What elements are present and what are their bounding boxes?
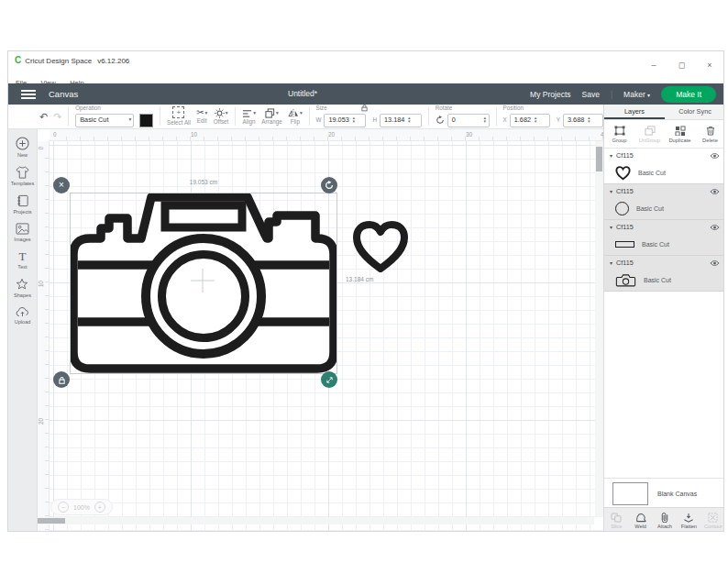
rotate-stepper[interactable]: ▲▼: [483, 116, 487, 125]
layer-group-header[interactable]: ▾ Cf115: [604, 220, 724, 234]
app-title: Cricut Design Space: [25, 57, 92, 65]
width-input[interactable]: 19.053 ▲▼: [324, 114, 366, 127]
trash-icon: [706, 126, 715, 136]
rotate-input[interactable]: 0 ▲▼: [447, 114, 490, 127]
sidebar-item-projects[interactable]: Projects: [13, 194, 31, 215]
layer-group[interactable]: ▾ Cf115 Basic Cut: [604, 256, 724, 292]
collapse-caret-icon[interactable]: ▾: [610, 188, 612, 194]
slice-button[interactable]: Slice: [604, 508, 628, 532]
shapes-star-icon: [16, 278, 28, 291]
group-button[interactable]: Group: [604, 120, 634, 148]
close-button[interactable]: ×: [698, 61, 722, 70]
layer-group-header[interactable]: ▾ Cf115: [604, 256, 724, 270]
machine-select[interactable]: Maker ▾: [623, 90, 650, 99]
position-y-stepper[interactable]: ▲▼: [587, 116, 590, 125]
vertical-scrollbar[interactable]: [595, 141, 603, 517]
color-swatch[interactable]: [139, 114, 153, 127]
weld-button[interactable]: Weld: [628, 508, 652, 532]
heart-shape[interactable]: [352, 221, 409, 274]
position-y-input[interactable]: 3.688 ▲▼: [563, 114, 603, 127]
notebook-icon: [17, 194, 29, 207]
ruler-mark: 20: [38, 418, 44, 425]
eye-icon[interactable]: [710, 259, 720, 267]
position-label: Position: [503, 105, 524, 111]
chevron-down-icon: ▾: [205, 111, 208, 116]
remove-selection-handle[interactable]: ×: [53, 177, 70, 193]
my-projects-button[interactable]: My Projects: [530, 90, 570, 99]
sidebar-item-text[interactable]: T Text: [17, 250, 27, 270]
contour-button[interactable]: Contour: [701, 508, 724, 532]
zoom-out-button[interactable]: −: [58, 502, 69, 513]
offset-button[interactable]: ▾ Offset: [214, 108, 229, 125]
vertical-scrollbar-thumb[interactable]: [596, 147, 602, 171]
delete-button[interactable]: Delete: [695, 120, 724, 148]
height-input[interactable]: 13.184 ▲▼: [380, 114, 422, 127]
eye-icon[interactable]: [710, 224, 720, 231]
rotate-arrow-icon: [325, 181, 334, 190]
redo-button[interactable]: ↷: [53, 111, 61, 123]
layer-item[interactable]: Basic Cut: [604, 162, 724, 183]
heart-thumbnail-icon: [615, 166, 631, 181]
flatten-button[interactable]: Flatten: [677, 508, 700, 532]
hamburger-menu-icon[interactable]: [21, 90, 36, 99]
lock-selection-handle[interactable]: [53, 371, 70, 388]
sidebar-item-templates[interactable]: Templates: [11, 166, 35, 186]
arrange-button[interactable]: ▾ Arrange: [261, 108, 281, 125]
tab-color-sync[interactable]: Color Sync: [665, 105, 724, 119]
collapse-caret-icon[interactable]: ▾: [610, 259, 612, 266]
blank-canvas-swatch[interactable]: [612, 482, 648, 505]
selection-bounding-box[interactable]: 19.053 cm 13.184 cm ×: [70, 193, 337, 374]
layer-group[interactable]: ▾ Cf115 Basic Cut: [604, 220, 724, 256]
sidebar-item-new[interactable]: New: [16, 137, 29, 158]
save-button[interactable]: Save: [582, 90, 600, 99]
layer-item[interactable]: Basic Cut: [604, 270, 724, 291]
select-all-button[interactable]: + Select All: [167, 106, 191, 126]
app-version: v6.12.206: [97, 57, 129, 65]
layers-panel: Layers Color Sync Group UnGroup Duplicat…: [603, 105, 724, 532]
lock-icon[interactable]: [360, 104, 369, 112]
blank-canvas-row[interactable]: Blank Canvas: [604, 478, 724, 508]
eye-icon[interactable]: [710, 152, 720, 160]
maximize-button[interactable]: ◻: [670, 61, 694, 70]
eye-icon[interactable]: [710, 188, 720, 195]
layer-item[interactable]: Basic Cut: [604, 234, 724, 255]
sidebar-item-shapes[interactable]: Shapes: [14, 278, 31, 298]
sidebar-item-upload[interactable]: Upload: [15, 306, 31, 325]
layer-group[interactable]: ▾ Cf115 Basic Cut: [604, 184, 724, 220]
tab-layers[interactable]: Layers: [604, 105, 665, 119]
resize-selection-handle[interactable]: [321, 371, 337, 388]
left-sidebar: New Templates Projects Images T Text Sha…: [8, 129, 38, 532]
sidebar-item-images[interactable]: Images: [14, 223, 30, 242]
collapse-caret-icon[interactable]: ▾: [610, 152, 612, 159]
collapse-caret-icon[interactable]: ▾: [610, 224, 612, 230]
edit-button[interactable]: ✂▾ Edit: [196, 108, 207, 124]
layer-group[interactable]: ▾ Cf115 Basic Cut: [604, 149, 724, 184]
layer-group-header[interactable]: ▾ Cf115: [604, 184, 724, 198]
rotate-selection-handle[interactable]: [321, 177, 337, 193]
document-title[interactable]: Untitled*: [288, 89, 317, 98]
horizontal-scrollbar-thumb[interactable]: [38, 518, 65, 524]
undo-button[interactable]: ↶: [39, 111, 48, 123]
flip-button[interactable]: ▾ Flip: [288, 108, 303, 125]
zoom-in-button[interactable]: +: [94, 502, 105, 513]
layer-group-header[interactable]: ▾ Cf115: [604, 149, 724, 162]
position-x-input[interactable]: 1.682 ▲▼: [510, 114, 550, 127]
plus-circle-icon: [16, 137, 29, 150]
circle-thumbnail-icon: [615, 202, 629, 215]
height-stepper[interactable]: ▲▼: [407, 116, 411, 125]
align-button[interactable]: ▾ Align: [242, 108, 256, 125]
design-canvas[interactable]: 0 10 20 30 40 0 10 20 19.053 cm 13.184 c…: [38, 129, 603, 532]
layer-item[interactable]: Basic Cut: [604, 198, 724, 219]
select-all-icon: +: [172, 106, 184, 118]
ungroup-button[interactable]: UnGroup: [634, 120, 665, 148]
operation-select[interactable]: Basic Cut▾: [75, 114, 134, 127]
make-it-button[interactable]: Make It: [661, 86, 716, 103]
lock-icon: [58, 376, 66, 384]
width-stepper[interactable]: ▲▼: [352, 116, 356, 125]
duplicate-button[interactable]: Duplicate: [665, 120, 695, 148]
position-x-stepper[interactable]: ▲▼: [534, 116, 537, 125]
attach-button[interactable]: Attach: [653, 508, 677, 532]
minimize-button[interactable]: –: [642, 61, 666, 70]
size-label: Size: [316, 105, 327, 111]
horizontal-scrollbar[interactable]: [38, 517, 594, 524]
